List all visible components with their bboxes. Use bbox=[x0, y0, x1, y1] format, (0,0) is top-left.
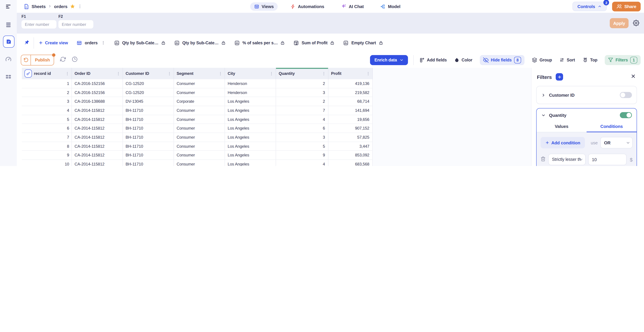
table-cell[interactable]: 2 bbox=[276, 79, 328, 88]
table-cell[interactable]: Los Angeles bbox=[225, 97, 276, 106]
table-cell[interactable]: 219,582 bbox=[328, 88, 373, 97]
filter-card-quantity-header[interactable]: Quantity bbox=[536, 108, 636, 122]
column-header-city[interactable]: City bbox=[225, 68, 276, 79]
top-button[interactable]: Top bbox=[582, 57, 597, 62]
breadcrumb-current[interactable]: orders bbox=[54, 4, 68, 9]
table-cell[interactable]: Consumer bbox=[174, 124, 225, 132]
table-cell[interactable]: 4 bbox=[276, 160, 328, 166]
column-menu-icon[interactable] bbox=[65, 71, 70, 76]
table-cell[interactable]: 683,568 bbox=[328, 160, 373, 166]
table-cell[interactable]: Corporate bbox=[174, 97, 225, 106]
table-cell[interactable]: 853,092 bbox=[328, 151, 373, 160]
table-cell[interactable]: 2 bbox=[276, 97, 328, 106]
table-cell[interactable]: 57,825 bbox=[328, 133, 373, 142]
column-header-customer-id[interactable]: Customer ID bbox=[123, 68, 174, 79]
filter-card-customer-id-header[interactable]: Customer ID bbox=[536, 86, 636, 104]
column-menu-icon[interactable] bbox=[167, 71, 172, 76]
sort-button[interactable]: Sort bbox=[560, 58, 575, 62]
column-header-record-id[interactable]: record id bbox=[22, 68, 72, 79]
table-cell[interactable]: BH-11710 bbox=[123, 133, 174, 142]
tab-pct-of-sales[interactable]: % of sales per s… bbox=[234, 40, 285, 46]
row-number-cell[interactable]: 7 bbox=[22, 133, 72, 142]
sidebar-item-sheets-icon[interactable] bbox=[3, 36, 14, 48]
column-header-order-id[interactable]: Order ID bbox=[72, 68, 123, 79]
table-cell[interactable]: CA-2014-115812 bbox=[72, 115, 123, 124]
table-cell[interactable]: CA-2014-115812 bbox=[72, 124, 123, 132]
table-cell[interactable]: CA-2014-115812 bbox=[72, 151, 123, 160]
tab-qty-by-subcategory-1[interactable]: Qty by Sub-Cate… bbox=[114, 40, 165, 46]
row-number-cell[interactable]: 1 bbox=[22, 79, 72, 88]
row-number-cell[interactable]: 9 bbox=[22, 151, 72, 160]
table-cell[interactable]: CA-2014-115812 bbox=[72, 142, 123, 150]
table-cell[interactable]: 141,694 bbox=[328, 106, 373, 115]
customer-id-filter-toggle[interactable] bbox=[620, 92, 632, 98]
table-cell[interactable]: 7 bbox=[276, 106, 328, 115]
table-cell[interactable]: Los Angeles bbox=[225, 151, 276, 160]
table-cell[interactable]: CA-2014-115812 bbox=[72, 133, 123, 142]
filters-button[interactable]: Filters 1 bbox=[605, 55, 641, 65]
row-number-cell[interactable]: 2 bbox=[22, 88, 72, 97]
table-cell[interactable]: 419,136 bbox=[328, 79, 373, 88]
table-cell[interactable]: CA-2014-115812 bbox=[72, 160, 123, 166]
table-cell[interactable]: Los Angeles bbox=[225, 124, 276, 132]
table-cell[interactable]: Los Angeles bbox=[225, 106, 276, 115]
table-cell[interactable]: DV-13045 bbox=[123, 97, 174, 106]
table-cell[interactable]: Los Angeles bbox=[225, 133, 276, 142]
tab-orders[interactable]: orders bbox=[77, 40, 106, 46]
table-cell[interactable]: Consumer bbox=[174, 79, 225, 88]
table-cell[interactable]: BH-11710 bbox=[123, 160, 174, 166]
table-cell[interactable]: BH-11710 bbox=[123, 106, 174, 115]
table-cell[interactable]: Consumer bbox=[174, 151, 225, 160]
breadcrumb-root[interactable]: Sheets bbox=[32, 4, 46, 9]
column-header-quantity[interactable]: Quantity bbox=[276, 68, 328, 79]
table-cell[interactable]: Henderson bbox=[225, 88, 276, 97]
table-cell[interactable]: 5 bbox=[276, 142, 328, 150]
tab-qty-by-subcategory-2[interactable]: Qty by Sub-Cate… bbox=[174, 40, 226, 46]
row-number-cell[interactable]: 8 bbox=[22, 142, 72, 150]
quantity-filter-toggle[interactable] bbox=[620, 112, 632, 118]
column-menu-icon[interactable] bbox=[322, 71, 326, 76]
column-header-segment[interactable]: Segment bbox=[174, 68, 225, 79]
table-cell[interactable]: CA-2016-138688 bbox=[72, 97, 123, 106]
row-number-cell[interactable]: 10 bbox=[22, 160, 72, 166]
f2-input[interactable] bbox=[58, 20, 93, 28]
table-cell[interactable]: Los Angeles bbox=[225, 160, 276, 166]
column-menu-icon[interactable] bbox=[218, 71, 222, 76]
controls-gear-icon[interactable] bbox=[633, 20, 639, 28]
table-cell[interactable]: CA-2014-115812 bbox=[72, 106, 123, 115]
row-number-cell[interactable]: 4 bbox=[22, 106, 72, 115]
share-button[interactable]: Share bbox=[612, 2, 641, 11]
table-cell[interactable]: Consumer bbox=[174, 88, 225, 97]
tab-values[interactable]: Values bbox=[536, 122, 586, 132]
table-cell[interactable]: Henderson bbox=[225, 79, 276, 88]
enrich-data-button[interactable]: Enrich data bbox=[370, 55, 408, 65]
table-cell[interactable]: BH-11710 bbox=[123, 142, 174, 150]
sidebar-item-dashboard-icon[interactable] bbox=[5, 56, 12, 63]
table-cell[interactable]: BH-11710 bbox=[123, 115, 174, 124]
table-cell[interactable]: Los Angeles bbox=[225, 115, 276, 124]
publish-button[interactable]: Publish bbox=[31, 55, 54, 65]
condition-value-input[interactable] bbox=[588, 154, 626, 165]
table-cell[interactable]: BH-11710 bbox=[123, 151, 174, 160]
row-number-cell[interactable]: 3 bbox=[22, 97, 72, 106]
delete-condition-icon[interactable] bbox=[540, 156, 546, 163]
table-cell[interactable]: 907,152 bbox=[328, 124, 373, 132]
nav-automations[interactable]: Automations bbox=[286, 2, 328, 10]
f1-input[interactable] bbox=[22, 20, 56, 28]
add-filter-button[interactable] bbox=[556, 73, 563, 80]
add-condition-button[interactable]: Add condition bbox=[540, 137, 585, 148]
color-button[interactable]: Color bbox=[454, 58, 472, 62]
table-cell[interactable]: 9 bbox=[276, 151, 328, 160]
join-operator-select[interactable]: OR bbox=[600, 137, 632, 148]
column-menu-icon[interactable] bbox=[366, 71, 370, 76]
table-cell[interactable]: CA-2016-152156 bbox=[72, 79, 123, 88]
controls-apply-button[interactable]: Apply bbox=[610, 18, 628, 28]
group-button[interactable]: Group bbox=[532, 57, 552, 62]
table-cell[interactable]: 4 bbox=[276, 115, 328, 124]
history-clock-icon[interactable] bbox=[72, 56, 78, 64]
create-view-button[interactable]: Create view bbox=[38, 40, 68, 45]
tab-kebab-icon[interactable] bbox=[101, 40, 105, 45]
table-cell[interactable]: Los Angeles bbox=[225, 142, 276, 150]
nav-model[interactable]: Model bbox=[376, 2, 404, 10]
table-cell[interactable]: Consumer bbox=[174, 142, 225, 150]
